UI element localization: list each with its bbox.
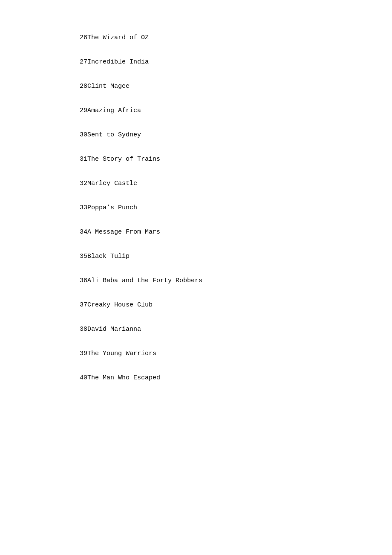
list-item: 28Clint Magee — [80, 74, 392, 98]
list-item: 33Poppa’s Punch — [80, 196, 392, 220]
list-item-text: 29Amazing Africa — [80, 106, 141, 115]
list-item-text: 28Clint Magee — [80, 82, 130, 91]
list-item: 36Ali Baba and the Forty Robbers — [80, 269, 392, 293]
list-item: 30Sent to Sydney — [80, 123, 392, 147]
list-item-text: 34A Message From Mars — [80, 228, 160, 237]
list-item: 37Creaky House Club — [80, 293, 392, 317]
list-item-text: 31The Story of Trains — [80, 155, 160, 164]
list-item: 29Amazing Africa — [80, 98, 392, 123]
list-item: 34A Message From Mars — [80, 220, 392, 244]
list-item: 32Marley Castle — [80, 171, 392, 196]
list-item-text: 39The Young Warriors — [80, 349, 156, 358]
list-item: 27Incredible India — [80, 50, 392, 74]
book-list: 26The Wizard of OZ27Incredible India28Cl… — [0, 0, 392, 416]
list-item: 39The Young Warriors — [80, 341, 392, 366]
list-item: 38David Marianna — [80, 317, 392, 341]
list-item-text: 40The Man Who Escaped — [80, 373, 160, 382]
list-item-text: 30Sent to Sydney — [80, 130, 141, 139]
list-item: 40The Man Who Escaped — [80, 366, 392, 390]
list-item: 31The Story of Trains — [80, 147, 392, 171]
list-item-text: 38David Marianna — [80, 325, 141, 334]
list-item: 26The Wizard of OZ — [80, 26, 392, 50]
list-item-text: 26The Wizard of OZ — [80, 33, 149, 42]
list-item-text: 35Black Tulip — [80, 252, 130, 261]
list-item-text: 33Poppa’s Punch — [80, 203, 137, 212]
list-item-text: 36Ali Baba and the Forty Robbers — [80, 276, 202, 285]
list-item: 35Black Tulip — [80, 244, 392, 269]
list-item-text: 27Incredible India — [80, 58, 149, 66]
list-item-text: 32Marley Castle — [80, 179, 137, 188]
list-item-text: 37Creaky House Club — [80, 301, 153, 309]
